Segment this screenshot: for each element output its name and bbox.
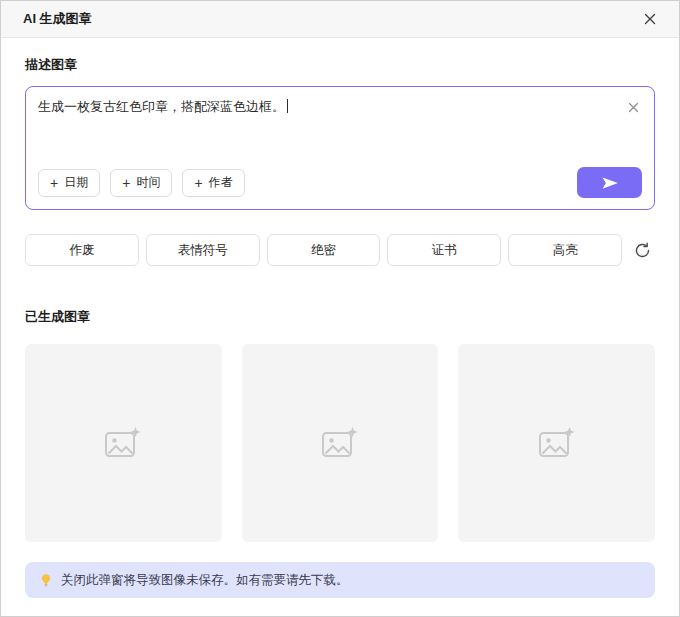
- image-placeholder-icon: [104, 426, 142, 460]
- chip-label: 作者: [209, 174, 233, 191]
- close-icon: [643, 12, 657, 26]
- stamp-placeholder-card: [458, 344, 655, 542]
- chip-label: 日期: [64, 174, 88, 191]
- text-caret: [287, 99, 288, 113]
- generated-label: 已生成图章: [25, 308, 655, 326]
- send-button[interactable]: [577, 167, 642, 198]
- plus-icon: +: [50, 176, 58, 190]
- suggestion-certificate[interactable]: 证书: [387, 234, 501, 266]
- refresh-icon: [634, 242, 651, 259]
- close-button[interactable]: [639, 8, 661, 30]
- send-icon: [601, 176, 619, 190]
- suggestion-row: 作废 表情符号 绝密 证书 高亮: [25, 234, 655, 266]
- image-placeholder-icon: [321, 426, 359, 460]
- add-time-chip[interactable]: + 时间: [110, 169, 172, 197]
- refresh-suggestions-button[interactable]: [629, 237, 655, 263]
- describe-label: 描述图章: [25, 56, 655, 74]
- prompt-bottom-row: + 日期 + 时间 + 作者: [38, 167, 642, 198]
- add-author-chip[interactable]: + 作者: [182, 169, 244, 197]
- suggestion-emoji[interactable]: 表情符号: [146, 234, 260, 266]
- suggestion-top-secret[interactable]: 绝密: [267, 234, 381, 266]
- prompt-box: 生成一枚复古红色印章，搭配深蓝色边框。 + 日期 + 时间: [25, 86, 655, 210]
- stamp-placeholder-card: [25, 344, 222, 542]
- add-date-chip[interactable]: + 日期: [38, 169, 100, 197]
- clear-input-button[interactable]: [624, 98, 642, 116]
- chip-label: 时间: [136, 174, 160, 191]
- clear-icon: [628, 102, 639, 113]
- notice-text: 关闭此弹窗将导致图像未保存。如有需要请先下载。: [61, 572, 349, 589]
- image-placeholder-icon: [538, 426, 576, 460]
- lightbulb-icon: [39, 573, 53, 587]
- stamp-placeholder-card: [242, 344, 439, 542]
- ai-stamp-dialog: AI 生成图章 描述图章 生成一枚复古红色印章，搭配深蓝色边框。: [0, 0, 680, 617]
- generated-cards: [25, 344, 655, 542]
- suggestion-void[interactable]: 作废: [25, 234, 139, 266]
- plus-icon: +: [194, 176, 202, 190]
- prompt-input[interactable]: 生成一枚复古红色印章，搭配深蓝色边框。: [38, 98, 616, 116]
- suggestion-highlight[interactable]: 高亮: [508, 234, 622, 266]
- dialog-body: 描述图章 生成一枚复古红色印章，搭配深蓝色边框。 + 日期 +: [1, 38, 679, 598]
- prompt-top-row: 生成一枚复古红色印章，搭配深蓝色边框。: [38, 98, 642, 116]
- dialog-title: AI 生成图章: [23, 10, 92, 28]
- plus-icon: +: [122, 176, 130, 190]
- prompt-text: 生成一枚复古红色印章，搭配深蓝色边框。: [38, 99, 285, 114]
- notice-bar: 关闭此弹窗将导致图像未保存。如有需要请先下载。: [25, 562, 655, 598]
- titlebar: AI 生成图章: [1, 1, 679, 38]
